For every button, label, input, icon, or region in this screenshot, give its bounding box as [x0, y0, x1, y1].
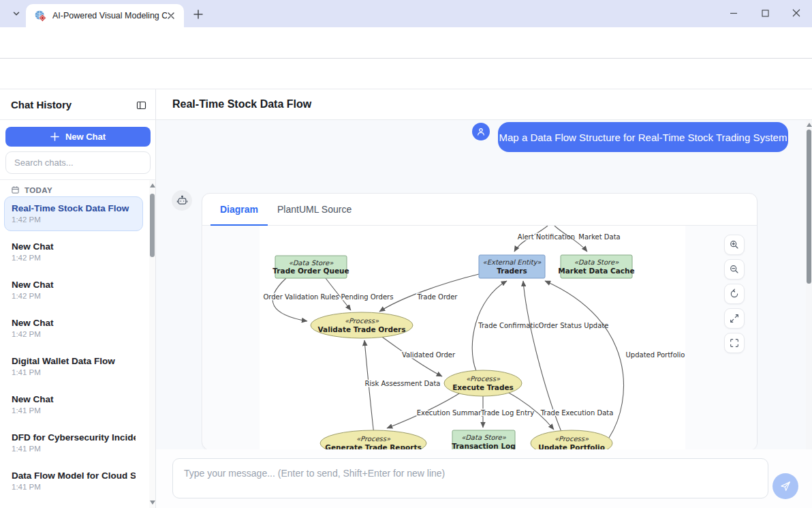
- browser-tab[interactable]: AI-Powered Visual Modeling Ch: [26, 4, 184, 27]
- diagram-viewport[interactable]: Alert NotificationMarket DataOrder Valid…: [203, 226, 757, 450]
- chat-item-title: DFD for Cybersecurity Incide...: [12, 432, 136, 443]
- message-input-section: [156, 449, 812, 508]
- panel-collapse-icon: [136, 100, 147, 111]
- diagram-fullscreen-button[interactable]: [724, 333, 745, 353]
- user-message-bubble: Map a Data Flow Structure for Real-Time …: [498, 122, 788, 152]
- chat-history-item[interactable]: Data Flow Model for Cloud S... 1:41 PM: [4, 464, 143, 498]
- chat-item-time: 1:42 PM: [12, 330, 136, 338]
- window-minimize-button[interactable]: [718, 0, 749, 26]
- tab-search-button[interactable]: [7, 6, 26, 21]
- dfd-edge-label: Updated Portfolio: [626, 351, 685, 359]
- dfd-edge-label: Trade Log Entry: [480, 409, 534, 417]
- sidebar-header: Chat History: [0, 89, 155, 120]
- chat-item-title: New Chat: [12, 241, 136, 252]
- conversation-titlebar: Real-Time Stock Data Flow: [156, 89, 812, 120]
- sidebar-title: Chat History: [11, 99, 72, 110]
- send-plane-icon: [779, 480, 792, 492]
- chat-item-title: New Chat: [12, 318, 136, 328]
- chat-history-item[interactable]: Real-Time Stock Data Flow 1:42 PM: [4, 196, 143, 231]
- maximize-icon: [762, 10, 769, 17]
- send-button[interactable]: [772, 473, 798, 499]
- dfd-diagram: Alert NotificationMarket DataOrder Valid…: [203, 226, 757, 450]
- dfd-node-stereotype: «Process»: [356, 435, 391, 443]
- dfd-node-stereotype: «Data Store»: [289, 259, 334, 267]
- reset-rotate-icon: [729, 288, 740, 299]
- dfd-node-name: Market Data Cache: [558, 267, 634, 275]
- zoom-out-icon: [729, 264, 740, 275]
- dfd-edge-label: Trade Confirmation: [478, 322, 543, 329]
- chat-item-time: 1:41 PM: [12, 483, 136, 491]
- user-message-avatar: [472, 123, 490, 140]
- chevron-down-icon: [12, 9, 21, 18]
- dfd-node-stereotype: «Process»: [345, 317, 379, 325]
- chat-history-item[interactable]: New Chat 1:41 PM: [4, 387, 143, 422]
- scroll-down-arrow[interactable]: [150, 500, 155, 505]
- dfd-node-stereotype: «Process»: [555, 435, 589, 443]
- close-icon: [167, 12, 175, 20]
- scrollbar-thumb[interactable]: [150, 194, 155, 257]
- minimize-icon: [730, 9, 738, 17]
- new-tab-button[interactable]: [191, 7, 206, 22]
- chat-item-title: Real-Time Stock Data Flow: [12, 203, 136, 213]
- card-tabbar: Diagram PlantUML Source: [202, 194, 757, 226]
- browser-toolbar: ai-toolbox.visual-paradigm.com/app/chatb…: [0, 27, 812, 59]
- dfd-node-name: Traders: [497, 267, 527, 275]
- dfd-edge-label: Trade Order: [417, 293, 458, 301]
- dfd-edge-label: Order Status Update: [539, 322, 609, 329]
- chat-scrollbar[interactable]: [806, 120, 812, 449]
- tab-plantuml-source[interactable]: PlantUML Source: [268, 194, 361, 225]
- dfd-node-stereotype: «Process»: [466, 375, 501, 383]
- fullscreen-brackets-icon: [729, 338, 740, 348]
- visual-paradigm-favicon: [35, 10, 46, 22]
- bot-avatar: [172, 190, 192, 211]
- scroll-up-arrow[interactable]: [807, 123, 812, 127]
- diagram-zoom-in-button[interactable]: [724, 235, 745, 255]
- search-input[interactable]: [5, 151, 151, 174]
- message-input[interactable]: [172, 458, 768, 498]
- plus-icon: [193, 10, 203, 19]
- scrollbar-thumb[interactable]: [807, 130, 811, 284]
- new-chat-button[interactable]: New Chat: [5, 127, 151, 147]
- app-header: Chatbot Powered by Visual Paradigm More …: [0, 59, 812, 89]
- chat-item-title: New Chat: [12, 394, 136, 404]
- window-close-button[interactable]: [781, 0, 812, 26]
- chat-item-title: Data Flow Model for Cloud S...: [12, 470, 136, 481]
- dfd-edge-label: Risk Assessment Data: [365, 380, 441, 387]
- dfd-node-stereotype: «External Entity»: [483, 258, 542, 267]
- scroll-up-arrow[interactable]: [150, 183, 155, 188]
- sidebar-scrollbar[interactable]: [149, 180, 155, 508]
- dfd-edge-label: Alert Notification: [518, 233, 575, 241]
- dfd-edge-label: Execution Summary: [417, 409, 486, 417]
- chat-history-item[interactable]: DFD for Cybersecurity Incide... 1:41 PM: [4, 425, 143, 460]
- expand-arrows-icon: [729, 313, 740, 324]
- tab-title: AI-Powered Visual Modeling Ch: [52, 11, 167, 20]
- chat-history-item[interactable]: New Chat 1:42 PM: [4, 273, 143, 308]
- zoom-in-icon: [729, 239, 740, 250]
- dfd-edge: [364, 340, 374, 435]
- section-header-today: TODAY: [11, 185, 52, 194]
- window-maximize-button[interactable]: [749, 0, 781, 26]
- chat-item-time: 1:41 PM: [12, 445, 136, 453]
- dfd-edge-label: Order Validation Rules: [263, 293, 339, 301]
- plus-icon: [50, 132, 59, 141]
- person-icon: [475, 126, 486, 137]
- dfd-node-stereotype: «Data Store»: [574, 258, 619, 266]
- chat-history-item[interactable]: New Chat 1:42 PM: [4, 311, 143, 346]
- chat-item-title: Digital Wallet Data Flow: [12, 356, 136, 366]
- diagram-zoom-out-button[interactable]: [724, 259, 745, 280]
- collapse-sidebar-button[interactable]: [134, 98, 149, 112]
- chat-item-time: 1:41 PM: [12, 406, 136, 415]
- chat-history-item[interactable]: New Chat 1:42 PM: [4, 235, 143, 269]
- dfd-edge-label: Pending Orders: [341, 293, 394, 301]
- dfd-node-name: Execute Trades: [452, 383, 514, 391]
- diagram-expand-button[interactable]: [724, 308, 745, 329]
- diagram-reset-view-button[interactable]: [724, 284, 745, 304]
- robot-icon: [176, 195, 188, 207]
- dfd-edge-label: Trade Execution Data: [540, 409, 614, 417]
- chat-history-item[interactable]: Digital Wallet Data Flow 1:41 PM: [4, 349, 143, 384]
- conversation-title: Real-Time Stock Data Flow: [172, 98, 311, 110]
- tab-close-button[interactable]: [167, 12, 175, 20]
- tab-diagram[interactable]: Diagram: [210, 194, 268, 225]
- browser-tab-strip: AI-Powered Visual Modeling Ch: [0, 0, 812, 27]
- chat-item-time: 1:42 PM: [12, 215, 136, 224]
